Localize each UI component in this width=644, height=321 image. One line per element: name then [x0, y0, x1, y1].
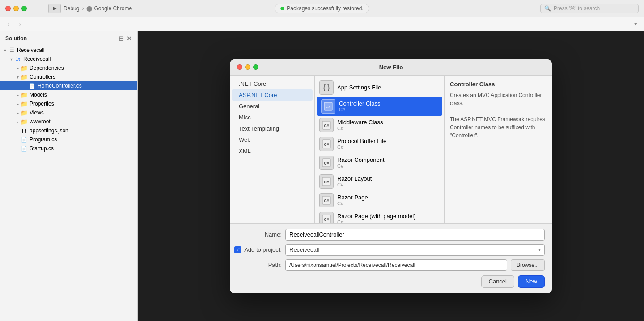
deps-icon: 📁 [21, 64, 28, 72]
category-aspnet-core[interactable]: ASP.NET Core [232, 89, 313, 101]
file-type-razor-page[interactable]: C# Razor Page C# [315, 191, 444, 210]
tree-item-project[interactable]: 🗂 Receivecall [0, 55, 137, 63]
dialog-maximize-button[interactable] [253, 64, 258, 70]
close-button[interactable] [5, 6, 11, 11]
deps-arrow [14, 66, 21, 71]
items-panel: { } App Settings File C# [315, 76, 445, 223]
sidebar-collapse-icon[interactable]: ⊟ [119, 35, 124, 42]
category-web[interactable]: Web [232, 134, 313, 145]
tree-item-models[interactable]: 📁 Models [0, 90, 137, 99]
project-name: Receivecall [23, 56, 51, 62]
forward-button[interactable]: › [15, 19, 25, 29]
tree-item-startup[interactable]: 📄 Startup.cs [0, 144, 137, 153]
views-arrow [14, 110, 21, 115]
category-panel: .NET Core ASP.NET Core General Misc Text… [230, 76, 315, 223]
tree-item-controllers[interactable]: 📁 Controllers [0, 72, 137, 81]
svg-text:C#: C# [324, 217, 329, 222]
tree-item-properties[interactable]: 📁 Properties [0, 99, 137, 108]
tree-item-appsettings[interactable]: { } appsettings.json [0, 126, 137, 135]
razor-page-icon: C# [319, 193, 334, 207]
tree-item-dependencies[interactable]: 📁 Dependencies [0, 63, 137, 72]
back-button[interactable]: ‹ [4, 19, 13, 29]
wwwroot-arrow [14, 119, 21, 124]
toolbar: ‹ › ▾ [0, 17, 644, 31]
sidebar: Solution ⊟ ✕ ☰ Receivecall 🗂 Receivecall… [0, 31, 138, 321]
dialog-titlebar: New File [230, 59, 552, 76]
home-file-icon: 📄 [29, 82, 36, 89]
middleware-icon: C# [319, 118, 334, 132]
debug-nav: ▶ Debug › ⬤ Google Chrome [48, 4, 132, 13]
svg-text:C#: C# [324, 199, 329, 203]
sidebar-close-icon[interactable]: ✕ [127, 35, 132, 42]
dialog-bottom: Name: ✓ Add to project: Receivecall ▾ [230, 223, 552, 293]
file-type-controller[interactable]: C# Controller Class C# [317, 97, 442, 116]
sidebar-header: Solution ⊟ ✕ [0, 31, 137, 46]
solution-label: Solution [5, 35, 27, 42]
tree-item-program[interactable]: 📄 Program.cs [0, 135, 137, 144]
dialog-body: .NET Core ASP.NET Core General Misc Text… [230, 76, 552, 223]
add-to-project-label: Add to project: [244, 246, 282, 253]
modal-overlay: New File .NET Core ASP.NET Core General … [138, 31, 644, 321]
name-input[interactable] [285, 229, 545, 241]
minimize-button[interactable] [13, 6, 19, 11]
status-dot [280, 7, 284, 10]
content-area: New File .NET Core ASP.NET Core General … [138, 31, 644, 321]
cancel-button[interactable]: Cancel [481, 275, 514, 288]
models-arrow [14, 93, 21, 97]
dialog-traffic-lights [237, 64, 258, 70]
main-area: Solution ⊟ ✕ ☰ Receivecall 🗂 Receivecall… [0, 31, 644, 321]
appsettings-icon: { } [21, 127, 28, 134]
path-input[interactable] [285, 259, 507, 271]
protocol-buffer-icon: C# [319, 137, 334, 151]
dialog-actions: Cancel New [237, 271, 545, 288]
project-select[interactable]: Receivecall ▾ [285, 244, 545, 256]
description-title: Controller Class [450, 81, 547, 88]
models-icon: 📁 [21, 91, 28, 98]
play-button[interactable]: ▶ [48, 4, 61, 13]
add-to-project-row: ✓ Add to project: Receivecall ▾ [237, 244, 545, 256]
sidebar-header-icons: ⊟ ✕ [119, 35, 132, 42]
tree-item-views[interactable]: 📁 Views [0, 108, 137, 117]
category-text-templating[interactable]: Text Templating [232, 123, 313, 134]
project-value: Receivecall [289, 246, 319, 253]
views-icon: 📁 [21, 109, 28, 116]
status-pill: Packages successfully restored. [275, 4, 369, 13]
controller-class-icon: C# [321, 99, 335, 114]
file-type-razor-component[interactable]: C# Razor Component C# [315, 153, 444, 172]
dialog-minimize-button[interactable] [245, 64, 250, 70]
svg-text:C#: C# [324, 142, 329, 147]
maximize-button[interactable] [21, 6, 27, 11]
category-misc[interactable]: Misc [232, 112, 313, 123]
props-arrow [14, 101, 21, 106]
name-row: Name: [237, 229, 545, 241]
new-button[interactable]: New [518, 275, 545, 288]
category-net-core[interactable]: .NET Core [232, 78, 313, 89]
search-area[interactable]: 🔍 Press '⌘' to search [540, 4, 639, 13]
category-xml[interactable]: XML [232, 145, 313, 156]
add-to-project-checkbox[interactable]: ✓ [234, 246, 242, 253]
file-type-middleware[interactable]: C# Middleware Class C# [315, 116, 444, 135]
status-area: Packages successfully restored. [275, 4, 369, 13]
tree-item-homecontroller[interactable]: 📄 HomeController.cs [0, 81, 137, 90]
razor-component-icon: C# [319, 156, 334, 170]
tree-item-wwwroot[interactable]: 📁 wwwroot [0, 117, 137, 126]
file-type-razor-layout[interactable]: C# Razor Layout C# [315, 172, 444, 191]
category-general[interactable]: General [232, 101, 313, 112]
controllers-arrow [14, 75, 21, 80]
program-icon: 📄 [21, 136, 28, 143]
file-type-razor-page-model[interactable]: C# Razor Page (with page model) C# [315, 210, 444, 223]
path-label: Path: [237, 262, 282, 268]
svg-text:C#: C# [324, 123, 329, 128]
toolbar-dropdown[interactable]: ▾ [631, 19, 640, 29]
svg-text:C#: C# [326, 105, 331, 109]
browse-button[interactable]: Browse... [511, 259, 545, 271]
description-text1: Creates an MVC Application Controller cl… [450, 91, 547, 139]
titlebar: ▶ Debug › ⬤ Google Chrome Packages succe… [0, 0, 644, 17]
razor-layout-icon: C# [319, 174, 334, 189]
file-type-app-settings[interactable]: { } App Settings File [315, 78, 444, 97]
tree-item-solution[interactable]: ☰ Receivecall [0, 46, 137, 55]
controllers-icon: 📁 [21, 73, 28, 80]
dialog-close-button[interactable] [237, 64, 242, 70]
file-type-protocol-buffer[interactable]: C# Protocol Buffer File C# [315, 135, 444, 153]
startup-icon: 📄 [21, 145, 28, 152]
